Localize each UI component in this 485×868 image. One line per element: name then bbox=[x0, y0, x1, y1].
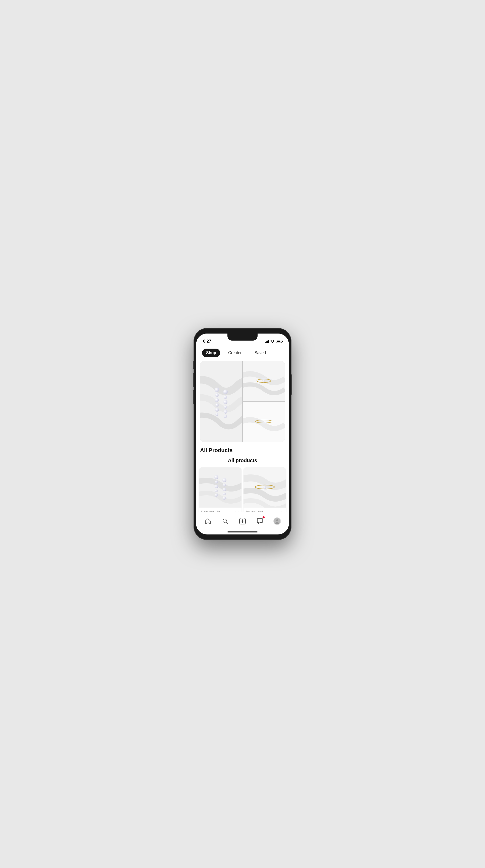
phone-frame: 6:27 bbox=[194, 328, 291, 540]
home-indicator bbox=[227, 531, 258, 532]
wifi-icon bbox=[270, 340, 274, 343]
tab-saved[interactable]: Saved bbox=[251, 349, 270, 357]
notification-dot bbox=[262, 516, 265, 519]
nav-home[interactable] bbox=[202, 515, 214, 527]
status-icons bbox=[265, 340, 282, 343]
bottom-nav bbox=[196, 512, 289, 530]
power-button bbox=[291, 374, 292, 395]
volume-up-button bbox=[193, 373, 194, 387]
svg-point-4 bbox=[256, 420, 272, 423]
tab-shop[interactable]: Shop bbox=[202, 349, 220, 357]
tabs-row: Shop Created Saved bbox=[196, 346, 289, 361]
more-button-1[interactable]: ··· bbox=[280, 509, 284, 512]
nav-add[interactable] bbox=[236, 515, 249, 527]
product-image-0 bbox=[199, 467, 241, 507]
svg-line-9 bbox=[226, 522, 228, 524]
section-subtitle: All products bbox=[196, 458, 289, 463]
product-card-1[interactable]: See price on site ··· 14K SINGLE PEARL S… bbox=[244, 467, 286, 512]
battery-icon bbox=[276, 340, 282, 343]
mute-button bbox=[193, 361, 194, 369]
status-time: 6:27 bbox=[203, 339, 211, 344]
product-grid: See price on site ··· 14K GRADUATING PEA… bbox=[196, 467, 289, 512]
collage-cell-ring[interactable] bbox=[243, 402, 285, 442]
signal-icon bbox=[265, 340, 269, 343]
product-info-0: See price on site ··· 14K GRADUATING PEA… bbox=[199, 507, 241, 512]
home-icon bbox=[204, 518, 211, 524]
svg-point-14 bbox=[276, 519, 278, 521]
product-image-1 bbox=[244, 467, 286, 507]
price-label-0: See price on site ··· bbox=[201, 509, 239, 512]
collage-cell-ring-pearl[interactable] bbox=[243, 361, 285, 401]
nav-search[interactable] bbox=[219, 515, 231, 527]
collage-cell-earrings[interactable] bbox=[200, 361, 242, 442]
section-title: All Products bbox=[200, 447, 285, 454]
add-icon bbox=[239, 518, 246, 524]
notch bbox=[227, 334, 258, 341]
more-button-0[interactable]: ··· bbox=[235, 509, 239, 512]
nav-profile[interactable] bbox=[271, 515, 283, 527]
nav-messages[interactable] bbox=[254, 515, 266, 527]
screen-content[interactable]: Shop Created Saved bbox=[196, 346, 289, 512]
featured-collage bbox=[200, 361, 285, 442]
product-card-0[interactable]: See price on site ··· 14K GRADUATING PEA… bbox=[199, 467, 241, 512]
search-icon bbox=[222, 518, 228, 524]
message-icon bbox=[257, 518, 263, 524]
volume-down-button bbox=[193, 390, 194, 404]
profile-avatar bbox=[273, 517, 281, 525]
price-label-1: See price on site ··· bbox=[246, 509, 284, 512]
tab-created[interactable]: Created bbox=[224, 349, 247, 357]
phone-screen: 6:27 bbox=[196, 334, 289, 534]
product-info-1: See price on site ··· 14K SINGLE PEARL S… bbox=[244, 507, 286, 512]
